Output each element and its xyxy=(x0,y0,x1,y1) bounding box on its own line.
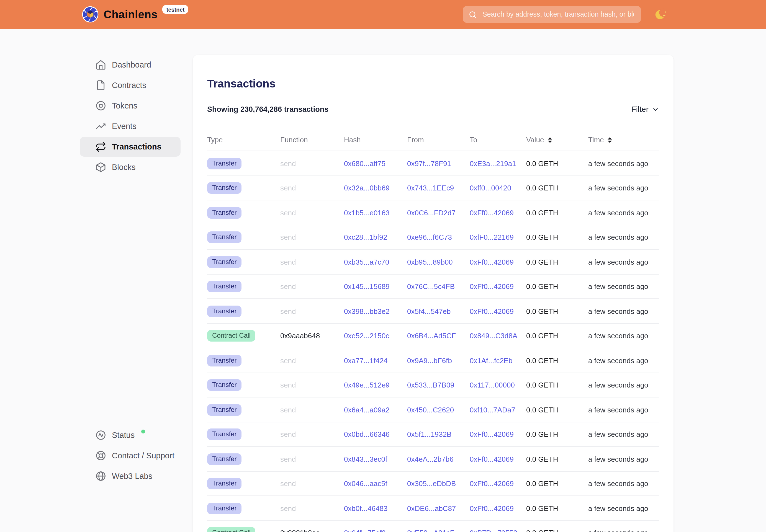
table-row: Transfer send 0x680...aff75 0x97f...78F9… xyxy=(207,151,659,176)
brand-name: Chainlens xyxy=(104,8,158,21)
from-address-link[interactable]: 0xE58...A81cF xyxy=(407,529,470,532)
function-cell: send xyxy=(280,479,344,488)
hash-link[interactable]: 0x145...15689 xyxy=(344,282,407,291)
time-cell: a few seconds ago xyxy=(588,282,659,291)
hash-link[interactable]: 0x843...3ec0f xyxy=(344,455,407,463)
to-address-link[interactable]: 0xfF0...22169 xyxy=(470,233,526,241)
hash-link[interactable]: 0x0bd...66346 xyxy=(344,430,407,438)
from-address-link[interactable]: 0x533...B7B09 xyxy=(407,381,470,389)
to-address-link[interactable]: 0xFf0...42069 xyxy=(470,479,526,488)
column-header-value[interactable]: Value xyxy=(526,136,588,144)
to-address-link[interactable]: 0x849...C3d8A xyxy=(470,332,526,340)
value-cell: 0.0 GETH xyxy=(526,282,588,291)
to-address-link[interactable]: 0xFf0...42069 xyxy=(470,208,526,217)
time-cell: a few seconds ago xyxy=(588,307,659,315)
time-cell: a few seconds ago xyxy=(588,406,659,414)
to-address-link[interactable]: 0xFf0...42069 xyxy=(470,282,526,291)
value-cell: 0.0 GETH xyxy=(526,307,588,315)
value-cell: 0.0 GETH xyxy=(526,455,588,463)
from-address-link[interactable]: 0x305...eDbDB xyxy=(407,479,470,488)
sidebar-item-transactions[interactable]: Transactions xyxy=(80,137,180,157)
filter-button[interactable]: Filter xyxy=(631,105,659,114)
sort-icon[interactable] xyxy=(548,137,553,143)
to-address-link[interactable]: 0xB7D...79553 xyxy=(470,529,526,532)
time-cell: a few seconds ago xyxy=(588,332,659,340)
type-badge: Transfer xyxy=(207,157,241,169)
chainlens-logo-icon xyxy=(82,6,99,23)
table-header-row: Type Function Hash From To Value Time xyxy=(207,136,659,151)
hash-link[interactable]: 0x64f...75af2 xyxy=(344,529,407,532)
time-cell: a few seconds ago xyxy=(588,455,659,463)
to-address-link[interactable]: 0xFf0...42069 xyxy=(470,455,526,463)
hash-link[interactable]: 0xb35...a7c70 xyxy=(344,258,407,266)
home-icon xyxy=(95,59,106,70)
value-cell: 0.0 GETH xyxy=(526,504,588,512)
life-buoy-icon xyxy=(95,450,106,461)
sidebar-item-events[interactable]: Events xyxy=(80,116,180,136)
from-address-link[interactable]: 0xb95...89b00 xyxy=(407,258,470,266)
column-header-value-label: Value xyxy=(526,136,544,144)
to-address-link[interactable]: 0xf10...7ADa7 xyxy=(470,406,526,414)
from-address-link[interactable]: 0x4eA...2b7b6 xyxy=(407,455,470,463)
type-badge: Transfer xyxy=(207,281,241,292)
to-address-link[interactable]: 0xff0...00420 xyxy=(470,184,526,192)
hash-link[interactable]: 0xb0f...46483 xyxy=(344,504,407,512)
to-address-link[interactable]: 0xE3a...219a1 xyxy=(470,159,526,167)
hash-link[interactable]: 0x046...aac5f xyxy=(344,479,407,488)
from-address-link[interactable]: 0x743...1EEc9 xyxy=(407,184,470,192)
dark-mode-moon-icon[interactable] xyxy=(655,8,667,20)
hash-link[interactable]: 0x32a...0bb69 xyxy=(344,184,407,192)
from-address-link[interactable]: 0xDE6...abC87 xyxy=(407,504,470,512)
sidebar-item-web3-labs[interactable]: Web3 Labs xyxy=(80,466,180,486)
search-input[interactable] xyxy=(481,10,635,19)
to-address-link[interactable]: 0xFf0...42069 xyxy=(470,307,526,315)
function-cell: send xyxy=(280,307,344,315)
from-address-link[interactable]: 0x5f1...1932B xyxy=(407,430,470,438)
type-badge: Transfer xyxy=(207,428,241,440)
hash-link[interactable]: 0xe52...2150c xyxy=(344,332,407,340)
column-header-type: Type xyxy=(207,136,280,144)
sidebar-item-contact-support[interactable]: Contact / Support xyxy=(80,446,180,466)
time-cell: a few seconds ago xyxy=(588,430,659,438)
sidebar-item-dashboard[interactable]: Dashboard xyxy=(80,55,180,75)
from-address-link[interactable]: 0x0C6...FD2d7 xyxy=(407,208,470,217)
type-badge: Transfer xyxy=(207,355,241,366)
to-address-link[interactable]: 0xFf0...42069 xyxy=(470,504,526,512)
hash-link[interactable]: 0x6a4...a09a2 xyxy=(344,406,407,414)
value-cell: 0.0 GETH xyxy=(526,529,588,532)
sidebar-item-status[interactable]: Status xyxy=(80,425,180,445)
to-address-link[interactable]: 0xFf0...42069 xyxy=(470,430,526,438)
function-cell: send xyxy=(280,233,344,241)
table-row: Transfer send 0x6a4...a09a2 0x450...C262… xyxy=(207,398,659,422)
sort-icon[interactable] xyxy=(608,137,612,143)
value-cell: 0.0 GETH xyxy=(526,159,588,167)
to-address-link[interactable]: 0xFf0...42069 xyxy=(470,258,526,266)
column-header-from: From xyxy=(407,136,470,144)
hash-link[interactable]: 0x49e...512e9 xyxy=(344,381,407,389)
from-address-link[interactable]: 0x9A9...bF6fb xyxy=(407,356,470,365)
to-address-link[interactable]: 0x1Af...fc2Eb xyxy=(470,356,526,365)
time-cell: a few seconds ago xyxy=(588,258,659,266)
from-address-link[interactable]: 0x450...C2620 xyxy=(407,406,470,414)
sidebar-item-tokens[interactable]: Tokens xyxy=(80,96,180,116)
sidebar-item-contracts[interactable]: Contracts xyxy=(80,75,180,95)
from-address-link[interactable]: 0xe96...f6C73 xyxy=(407,233,470,241)
hash-link[interactable]: 0xc28...1bf92 xyxy=(344,233,407,241)
from-address-link[interactable]: 0x5f4...547eb xyxy=(407,307,470,315)
function-cell: send xyxy=(280,282,344,291)
hash-link[interactable]: 0x1b5...e0163 xyxy=(344,208,407,217)
brand-home-link[interactable]: Chainlens testnet xyxy=(82,0,188,29)
from-address-link[interactable]: 0x97f...78F91 xyxy=(407,159,470,167)
function-cell: send xyxy=(280,356,344,365)
sidebar-item-blocks[interactable]: Blocks xyxy=(80,157,180,177)
hash-link[interactable]: 0xa77...1f424 xyxy=(344,356,407,365)
time-cell: a few seconds ago xyxy=(588,184,659,192)
table-row: Transfer send 0x1b5...e0163 0x0C6...FD2d… xyxy=(207,201,659,225)
from-address-link[interactable]: 0x76C...5c4FB xyxy=(407,282,470,291)
to-address-link[interactable]: 0x117...00000 xyxy=(470,381,526,389)
column-header-time[interactable]: Time xyxy=(588,136,659,144)
from-address-link[interactable]: 0x6B4...Ad5CF xyxy=(407,332,470,340)
time-cell: a few seconds ago xyxy=(588,208,659,217)
hash-link[interactable]: 0x398...bb3e2 xyxy=(344,307,407,315)
hash-link[interactable]: 0x680...aff75 xyxy=(344,159,407,167)
